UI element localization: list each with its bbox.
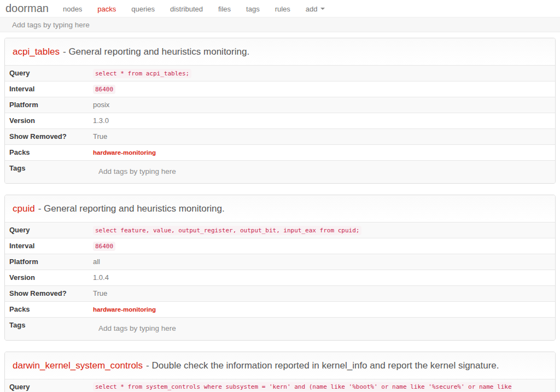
nav-item-tags[interactable]: tags [238,5,267,13]
table-row-version: Version 1.0.4 [5,270,555,286]
table-row-interval: Interval 86400 [5,81,555,97]
row-label: Show Removed? [5,286,89,302]
row-label: Platform [5,254,89,270]
table-row-show-removed: Show Removed? True [5,286,555,302]
table-row-version: Version 1.3.0 [5,113,555,129]
table-row-packs: Packs hardware-monitoring [5,145,555,161]
brand-link[interactable]: doorman [5,2,49,15]
nav-item-rules[interactable]: rules [267,5,298,13]
pack-query-card-darwin-kernel-system-controls: darwin_kernel_system_controls - Double c… [4,352,556,392]
row-label: Interval [5,238,89,254]
show-removed-value: True [89,129,555,145]
row-label: Packs [5,145,89,161]
row-label: Query [5,223,89,238]
table-row-interval: Interval 86400 [5,238,555,254]
table-row-show-removed: Show Removed? True [5,129,555,145]
query-properties-table: Query select * from system_controls wher… [5,379,555,392]
table-row-packs: Packs hardware-monitoring [5,302,555,318]
card-header: cpuid - General reporting and heuristics… [5,195,555,222]
table-row-tags: Tags [5,318,555,341]
pack-query-card-acpi-tables: acpi_tables - General reporting and heur… [4,38,556,184]
version-value: 1.0.4 [89,270,555,286]
row-label: Version [5,270,89,286]
nav-item-add-label: add [306,5,318,13]
nav-item-packs[interactable]: packs [90,5,124,13]
row-label: Interval [5,81,89,97]
query-name-link[interactable]: darwin_kernel_system_controls [13,360,143,371]
row-label: Query [5,66,89,81]
query-description: - General reporting and heuristics monit… [63,46,249,57]
nav-item-queries[interactable]: queries [124,5,162,13]
sql-query-code: select * from system_controls where subs… [93,382,512,392]
card-header: darwin_kernel_system_controls - Double c… [5,352,555,379]
query-description: - General reporting and heuristics monit… [38,203,225,214]
chevron-down-icon [320,8,325,10]
query-properties-table: Query select feature, value, output_regi… [5,222,555,340]
top-navbar: doorman nodes packs queries distributed … [0,0,560,17]
nav-list: nodes packs queries distributed files ta… [55,4,332,14]
tags-input[interactable] [93,321,323,335]
pack-query-card-cpuid: cpuid - General reporting and heuristics… [4,195,556,341]
row-label: Packs [5,302,89,318]
table-row-query: Query select * from system_controls wher… [5,379,555,392]
pack-link[interactable]: hardware-monitoring [93,306,156,313]
pack-link[interactable]: hardware-monitoring [93,149,156,156]
global-tag-bar [0,17,560,32]
tags-input[interactable] [93,165,323,178]
table-row-query: Query select feature, value, output_regi… [5,223,555,238]
row-label: Show Removed? [5,129,89,145]
platform-value: posix [89,97,555,113]
query-properties-table: Query select * from acpi_tables; Interva… [5,65,555,183]
table-row-platform: Platform all [5,254,555,270]
version-value: 1.3.0 [89,113,555,129]
row-label: Platform [5,97,89,113]
row-label: Tags [5,318,89,341]
platform-value: all [89,254,555,270]
global-tag-input[interactable] [12,21,548,29]
show-removed-value: True [89,286,555,302]
row-label: Version [5,113,89,129]
query-name-link[interactable]: acpi_tables [13,46,60,57]
nav-item-files[interactable]: files [211,5,238,13]
nav-item-add-dropdown[interactable]: add [298,5,332,13]
table-row-query: Query select * from acpi_tables; [5,66,555,81]
row-label: Query [5,379,89,392]
interval-code: 86400 [93,242,115,251]
nav-item-nodes[interactable]: nodes [55,5,90,13]
row-label: Tags [5,161,89,184]
card-header: acpi_tables - General reporting and heur… [5,38,555,65]
interval-code: 86400 [93,85,115,94]
nav-item-distributed[interactable]: distributed [162,5,211,13]
query-description: - Double check the information reported … [146,360,499,371]
table-row-tags: Tags [5,161,555,184]
table-row-platform: Platform posix [5,97,555,113]
query-name-link[interactable]: cpuid [13,203,35,214]
sql-query-code: select * from acpi_tables; [93,69,191,78]
sql-query-code: select feature, value, output_register, … [93,226,361,235]
packs-list: acpi_tables - General reporting and heur… [0,38,560,392]
